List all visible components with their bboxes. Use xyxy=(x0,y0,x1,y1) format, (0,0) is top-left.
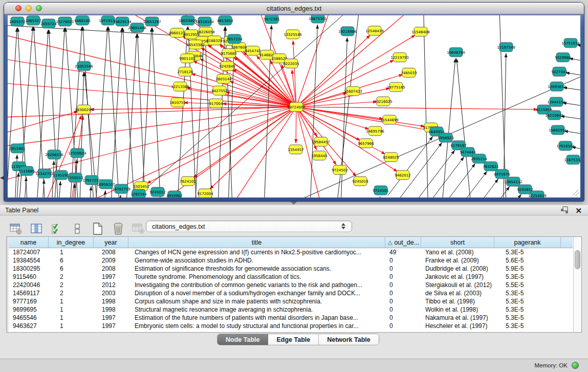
citation-edge-red[interactable] xyxy=(8,107,296,148)
graph-node-label: 15751074 xyxy=(561,41,580,46)
new-table-icon[interactable] xyxy=(91,222,104,235)
graph-node-label: 21053346 xyxy=(75,64,93,69)
citation-edge-black[interactable] xyxy=(378,196,380,198)
table-row[interactable]: 1938455462009Genome-wide association stu… xyxy=(9,256,573,265)
graph-node-label: 8471676 xyxy=(494,172,510,177)
cell-short: Dudbridge et al. (2008) xyxy=(421,265,494,272)
table-row[interactable]: 1830029562008Estimation of significance … xyxy=(9,265,573,273)
graph-node-label: 14629134 xyxy=(113,20,132,24)
close-panel-icon[interactable]: ✕ xyxy=(575,207,582,215)
citation-network-graph[interactable]: 1872400789601238912955182260589127502818… xyxy=(8,15,580,198)
column-header-out_de[interactable]: △out_de... xyxy=(385,237,421,248)
citation-edge-black[interactable] xyxy=(103,190,105,198)
graph-node-label: 2803144 xyxy=(215,77,232,81)
citation-edge-red[interactable] xyxy=(296,35,370,107)
citation-edge-red[interactable] xyxy=(296,15,335,107)
column-header-pagerank[interactable]: pagerank xyxy=(494,237,561,248)
citation-edge-red[interactable] xyxy=(223,107,296,198)
citation-edge-black[interactable] xyxy=(14,155,17,198)
network-canvas[interactable]: 1872400789601238912955182260589127502818… xyxy=(8,15,580,198)
column-settings-icon[interactable] xyxy=(30,222,43,235)
node-table: namein_degreeyeartitle△out_de...shortpag… xyxy=(6,236,582,333)
graph-node-label: 1503451 xyxy=(133,185,149,189)
column-header-in_degree[interactable]: in_degree xyxy=(49,237,94,248)
citation-edge-black[interactable] xyxy=(423,15,428,198)
table-row[interactable]: 977716911998Corpus callosum shape and si… xyxy=(9,297,573,305)
graph-node-label: 1810755 xyxy=(169,101,185,105)
citation-edge-black[interactable] xyxy=(138,34,146,198)
column-header-title[interactable]: title xyxy=(128,237,385,248)
vertical-scrollbar[interactable] xyxy=(573,237,581,332)
table-row[interactable]: 911546021997Tourette syndrome. Phenomeno… xyxy=(9,273,573,281)
scrollbar-thumb[interactable] xyxy=(575,250,580,269)
graph-node-label: 16958107 xyxy=(97,183,115,187)
citation-edge-black[interactable] xyxy=(476,194,521,198)
table-settings-icon[interactable] xyxy=(9,222,23,235)
graph-node-label: 18318104 xyxy=(195,20,214,24)
citation-edge-black[interactable] xyxy=(108,27,120,198)
citation-edge-black[interactable] xyxy=(388,137,433,195)
citation-edge-black[interactable] xyxy=(442,171,487,198)
cell-short: Jankovic et al. (1997) xyxy=(421,273,494,280)
citation-edge-black[interactable] xyxy=(89,186,91,198)
select-columns-icon[interactable] xyxy=(50,222,63,235)
column-header-short[interactable]: short xyxy=(421,237,494,248)
cell-in_degree: 6 xyxy=(49,265,94,272)
citation-edge-black[interactable] xyxy=(51,161,54,198)
citation-edge-black[interactable] xyxy=(205,28,212,198)
table-row[interactable]: 946554611997Estimation of the future num… xyxy=(9,314,573,322)
citation-edge-black[interactable] xyxy=(8,28,17,198)
citation-edge-red[interactable] xyxy=(296,107,296,143)
network-window-titlebar[interactable]: citations_edges.txt xyxy=(4,3,584,14)
memory-status-label: Memory: OK xyxy=(534,362,568,368)
float-panel-icon[interactable] xyxy=(561,206,569,215)
graph-node-label: 8960123 xyxy=(169,31,185,35)
table-row[interactable]: 1872400712008Changes of HCN gene express… xyxy=(9,248,573,256)
citation-edge-red[interactable] xyxy=(296,107,430,130)
citation-edge-black[interactable] xyxy=(177,27,187,198)
tab-edge-table[interactable]: Edge Table xyxy=(268,334,319,345)
citation-edge-red[interactable] xyxy=(296,35,416,107)
citation-edge-black[interactable] xyxy=(41,180,44,198)
table-row[interactable]: 1456911722003Disruption of a novel membe… xyxy=(9,289,573,297)
table-source-select[interactable]: citations_edges.txt xyxy=(146,221,352,232)
table-row[interactable]: 946362711997Embryonic stem cells: a mode… xyxy=(9,322,573,330)
graph-node-label: 14695796 xyxy=(366,129,384,134)
graph-node-label: 2935114 xyxy=(471,157,487,161)
citation-edge-black[interactable] xyxy=(397,143,442,198)
canvas-resize-grip[interactable] xyxy=(573,190,579,196)
cell-short: Franke et al. (2009) xyxy=(421,257,494,264)
cell-name: 18724007 xyxy=(9,249,49,256)
tab-node-table[interactable]: Node Table xyxy=(217,334,268,345)
column-header-year[interactable]: year xyxy=(94,237,128,248)
cell-year: 1997 xyxy=(94,314,128,321)
table-row[interactable]: 969969511998Structural magnetic resonanc… xyxy=(9,305,573,314)
graph-node-label: 8186328 xyxy=(206,39,222,43)
graph-node-label: 9175685 xyxy=(221,52,236,56)
citation-edge-red[interactable] xyxy=(293,40,296,107)
citation-edge-black[interactable] xyxy=(110,28,122,198)
column-header-name[interactable]: name xyxy=(9,237,49,248)
citation-edge-black[interactable] xyxy=(24,177,26,198)
citation-edge-black[interactable] xyxy=(310,25,318,198)
cell-in_degree: 1 xyxy=(49,306,94,313)
graph-node-label: 9462012 xyxy=(395,173,410,178)
citation-edge-black[interactable] xyxy=(125,34,137,198)
citation-edge-black[interactable] xyxy=(456,58,472,198)
citation-edge-black[interactable] xyxy=(419,157,464,198)
cell-name: 9777169 xyxy=(9,298,49,305)
graph-node-label: 9657966 xyxy=(358,142,374,146)
cell-out_de: 0 xyxy=(385,290,421,297)
citation-edge-red[interactable] xyxy=(296,107,538,110)
cell-title: Investigating the contribution of common… xyxy=(128,281,385,289)
delete-table-icon[interactable] xyxy=(112,222,125,235)
citation-edge-black[interactable] xyxy=(453,179,498,198)
table-row[interactable]: 2242004622012Investigating the contribut… xyxy=(9,281,573,289)
citation-edge-red[interactable] xyxy=(210,107,296,189)
cell-name: 22420046 xyxy=(9,281,49,289)
tab-network-table[interactable]: Network Table xyxy=(319,334,379,345)
application-window: citations_edges.txt 18724007896012389129… xyxy=(0,0,588,372)
row-height-icon[interactable] xyxy=(71,222,84,235)
citation-edge-black[interactable] xyxy=(95,27,107,198)
citation-edge-black[interactable] xyxy=(58,181,60,198)
